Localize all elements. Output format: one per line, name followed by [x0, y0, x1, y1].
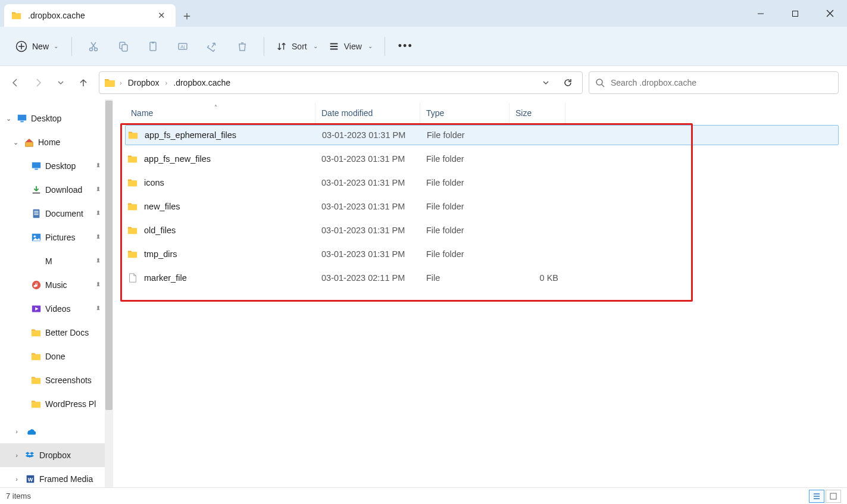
breadcrumb-item[interactable]: .dropbox.cache — [171, 77, 233, 89]
separator — [71, 37, 72, 56]
sidebar-item-label: Done — [45, 352, 65, 361]
sidebar-item[interactable]: Better Docs — [0, 321, 113, 345]
close-window-button[interactable] — [812, 0, 847, 27]
column-name[interactable]: Name˄ — [125, 103, 315, 123]
maximize-button[interactable] — [778, 0, 812, 27]
sidebar-item-home[interactable]: ⌄ Home — [0, 130, 113, 154]
file-row[interactable]: marker_file03-01-2023 02:11 PMFile0 KB — [125, 266, 839, 290]
sidebar-item[interactable]: Desktop — [0, 154, 113, 178]
sidebar-item[interactable]: › — [0, 420, 113, 443]
more-button[interactable]: ••• — [392, 40, 419, 52]
new-button[interactable]: New ⌄ — [10, 37, 64, 56]
search-box[interactable] — [589, 71, 839, 94]
window-tab[interactable]: .dropbox.cache ✕ — [4, 4, 176, 27]
sidebar-item[interactable]: M — [0, 249, 113, 273]
rename-button[interactable]: A| — [168, 35, 197, 58]
sidebar-item-desktop[interactable]: ⌄ Desktop — [0, 107, 113, 130]
column-type[interactable]: Type — [420, 103, 510, 123]
window-controls — [743, 0, 847, 27]
file-type: File folder — [420, 249, 510, 259]
file-row[interactable]: tmp_dirs03-01-2023 01:31 PMFile folder — [125, 242, 839, 266]
svg-rect-13 — [793, 11, 798, 16]
sidebar-item[interactable]: ›Dropbox — [0, 443, 113, 467]
history-dropdown-button[interactable] — [537, 79, 555, 87]
sidebar-item[interactable]: Music — [0, 273, 113, 297]
status-text: 7 items — [6, 492, 31, 500]
file-pane: Name˄ Date modified Type Size app_fs_eph… — [113, 99, 847, 487]
address-bar[interactable]: › Dropbox › .dropbox.cache — [99, 71, 583, 94]
thumbnails-view-button[interactable] — [826, 490, 841, 503]
file-name: app_fs_ephemeral_files — [145, 130, 236, 140]
sidebar-item[interactable]: Screenshots — [0, 368, 113, 392]
close-tab-button[interactable]: ✕ — [153, 7, 170, 24]
delete-button[interactable] — [228, 35, 257, 58]
sidebar-item-label: Pictures — [45, 233, 76, 242]
details-view-button[interactable] — [809, 490, 824, 503]
download-icon — [31, 184, 42, 195]
sidebar-item[interactable]: Download — [0, 178, 113, 202]
collapse-icon[interactable]: ⌄ — [4, 115, 13, 123]
chevron-down-icon: ⌄ — [368, 43, 373, 49]
file-row[interactable]: app_fs_ephemeral_files03-01-2023 01:31 P… — [125, 125, 839, 145]
file-row[interactable]: icons03-01-2023 01:31 PMFile folder — [125, 171, 839, 195]
folder-icon — [127, 249, 138, 259]
share-button[interactable] — [198, 35, 227, 58]
svg-rect-18 — [122, 45, 127, 51]
sidebar-item-label: Videos — [45, 304, 71, 314]
separator — [385, 37, 385, 56]
sidebar-item[interactable]: Videos — [0, 297, 113, 321]
sidebar-item[interactable]: ›Framed Media — [0, 467, 113, 487]
view-button[interactable]: View ⌄ — [324, 41, 377, 52]
breadcrumb-item[interactable]: Dropbox — [126, 77, 162, 89]
back-button[interactable] — [10, 77, 21, 89]
copy-button[interactable] — [109, 35, 137, 58]
recent-button[interactable] — [55, 77, 67, 89]
forward-button[interactable] — [32, 77, 44, 89]
expand-icon[interactable]: › — [12, 452, 21, 459]
column-size[interactable]: Size — [510, 103, 565, 123]
file-row[interactable]: old_files03-01-2023 01:31 PMFile folder — [125, 218, 839, 242]
paste-button[interactable] — [139, 35, 167, 58]
file-date: 03-01-2023 01:31 PM — [315, 178, 420, 187]
column-date[interactable]: Date modified — [315, 103, 420, 123]
expand-icon[interactable]: › — [12, 475, 21, 483]
svg-point-15 — [90, 48, 93, 51]
file-row[interactable]: app_fs_new_files03-01-2023 01:31 PMFile … — [125, 147, 839, 171]
sidebar-item[interactable]: WordPress Pl — [0, 392, 113, 416]
sidebar-item-label: Home — [38, 137, 60, 147]
sidebar-item[interactable]: Done — [0, 345, 113, 368]
file-name: app_fs_new_files — [144, 154, 211, 164]
sidebar-item[interactable]: Pictures — [0, 226, 113, 249]
sidebar-item-label: Framed Media — [39, 474, 93, 484]
chevron-down-icon: ⌄ — [54, 43, 58, 49]
scrollbar-thumb[interactable] — [105, 101, 112, 410]
new-label: New — [32, 42, 49, 51]
refresh-button[interactable] — [558, 78, 577, 87]
up-button[interactable] — [77, 77, 89, 89]
cut-button[interactable] — [79, 35, 108, 58]
file-row[interactable]: new_files03-01-2023 01:31 PMFile folder — [125, 195, 839, 218]
file-type: File folder — [420, 226, 510, 235]
pin-icon — [94, 162, 102, 170]
file-type: File — [420, 273, 510, 283]
sidebar-item-label: Screenshots — [45, 375, 92, 385]
minimize-button[interactable] — [743, 0, 778, 27]
folder-icon — [31, 399, 42, 409]
sort-button[interactable]: Sort ⌄ — [271, 41, 323, 52]
search-input[interactable] — [611, 78, 832, 87]
sidebar-item[interactable]: Document — [0, 202, 113, 226]
rename-icon: A| — [177, 40, 189, 52]
pictures-icon — [31, 232, 42, 243]
expand-icon[interactable]: › — [12, 428, 21, 435]
sidebar-scrollbar[interactable] — [105, 99, 113, 487]
svg-rect-24 — [830, 493, 836, 499]
collapse-icon[interactable]: ⌄ — [11, 139, 20, 146]
toolbar: New ⌄ A| Sort ⌄ View ⌄ ••• — [0, 27, 847, 66]
file-type: File folder — [420, 154, 510, 164]
breadcrumb-separator: › — [165, 79, 168, 86]
new-tab-button[interactable]: ＋ — [176, 4, 198, 27]
folder-icon — [31, 351, 42, 362]
view-icon — [329, 41, 339, 52]
separator — [264, 37, 264, 56]
file-date: 03-01-2023 01:31 PM — [316, 130, 421, 140]
